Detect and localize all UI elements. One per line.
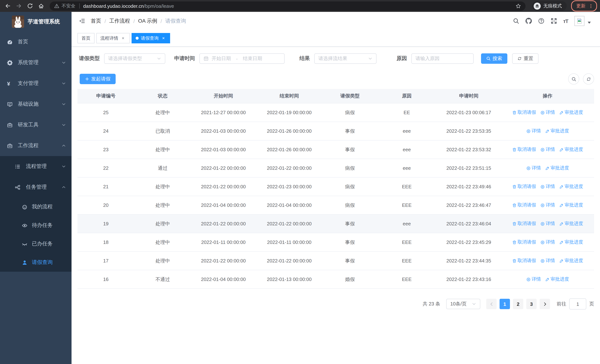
page-button-1[interactable]: 1: [500, 299, 510, 309]
chevron-down-icon: [62, 102, 66, 106]
cancel-leave-link[interactable]: 取消请假: [512, 202, 536, 208]
apply-time-range-picker[interactable]: 开始日期 - 结束日期: [199, 53, 285, 64]
bookmark-star-icon[interactable]: [516, 3, 521, 9]
cell-start-time: 2022-01-03 00:00:00: [191, 140, 256, 159]
sidebar-item-done-tasks[interactable]: 已办任务: [0, 235, 72, 253]
tab-process-detail[interactable]: 流程详情 ×: [96, 33, 130, 43]
progress-link[interactable]: 审批进度: [545, 165, 569, 171]
github-icon[interactable]: [525, 18, 532, 24]
row-actions: 取消请假详情审批进度: [503, 146, 593, 153]
detail-link[interactable]: 详情: [540, 239, 555, 245]
detail-icon: [540, 147, 544, 152]
cancel-leave-link[interactable]: 取消请假: [512, 258, 536, 264]
cell-apply-id: 16: [77, 270, 134, 289]
browser-back-button[interactable]: [3, 1, 13, 11]
cancel-icon: [512, 259, 516, 263]
create-leave-button[interactable]: 发起请假: [80, 74, 116, 84]
progress-link[interactable]: 审批进度: [559, 239, 583, 245]
detail-link[interactable]: 详情: [526, 276, 541, 282]
browser-home-button[interactable]: [36, 1, 46, 11]
progress-link[interactable]: 审批进度: [559, 109, 583, 116]
sidebar-item-my-process[interactable]: 我的流程: [0, 197, 72, 216]
page-button-3[interactable]: 3: [526, 299, 537, 309]
table-row: 19 处理中 2022-01-22 00:00:00 2022-01-22 00…: [77, 215, 594, 233]
progress-link[interactable]: 审批进度: [559, 258, 583, 264]
result-select[interactable]: 请选择流结果: [314, 53, 376, 64]
cell-end-time: 2022-01-26 00:00:00: [256, 122, 323, 140]
progress-link[interactable]: 审批进度: [559, 221, 583, 227]
cancel-leave-link[interactable]: 取消请假: [512, 221, 536, 227]
flow-icon: [15, 184, 20, 190]
table-refresh-button[interactable]: [583, 73, 594, 84]
detail-icon: [540, 222, 544, 226]
sidebar-item-devtools[interactable]: 研发工具: [0, 114, 72, 135]
cell-start-time: 2022-01-11 00:00:00: [191, 233, 256, 252]
progress-link[interactable]: 审批进度: [545, 276, 569, 282]
sidebar-item-todo-tasks[interactable]: 待办任务: [0, 216, 72, 235]
progress-link[interactable]: 审批进度: [559, 202, 583, 208]
progress-icon: [545, 277, 549, 281]
chevron-down-icon: [62, 164, 66, 169]
cell-reason: eee: [377, 159, 437, 177]
user-avatar-menu[interactable]: [574, 16, 591, 26]
close-icon[interactable]: ×: [161, 36, 166, 41]
sidebar-item-home[interactable]: 首页: [0, 31, 72, 52]
page-button-2[interactable]: 2: [513, 299, 523, 309]
cell-apply-id: 23: [77, 140, 134, 159]
cancel-leave-link[interactable]: 取消请假: [512, 146, 536, 153]
cancel-leave-link[interactable]: 取消请假: [512, 239, 536, 245]
breadcrumb-oa-example[interactable]: OA 示例: [138, 18, 157, 24]
detail-link[interactable]: 详情: [540, 109, 555, 116]
breadcrumb-home[interactable]: 首页: [91, 18, 101, 24]
cell-end-time: 2022-01-11 00:00:00: [256, 233, 323, 252]
page-size-select[interactable]: 10条/页: [446, 299, 480, 309]
search-button[interactable]: 搜索: [481, 53, 507, 64]
browser-update-menu-button[interactable]: 更新: [571, 0, 597, 11]
start-date-input[interactable]: 开始日期: [212, 55, 231, 62]
detail-link[interactable]: 详情: [526, 165, 541, 171]
fullscreen-icon[interactable]: [551, 18, 557, 24]
next-page-button[interactable]: [540, 299, 550, 309]
sidebar-item-task-mgmt[interactable]: 任务管理: [0, 177, 72, 197]
help-icon[interactable]: [538, 18, 544, 24]
detail-link[interactable]: 详情: [540, 221, 555, 227]
cancel-leave-link[interactable]: 取消请假: [512, 109, 536, 116]
goto-page-input[interactable]: [569, 299, 586, 309]
detail-link[interactable]: 详情: [540, 146, 555, 153]
tab-leave-query[interactable]: 请假查询 ×: [131, 33, 170, 43]
close-icon[interactable]: ×: [121, 36, 126, 41]
font-size-icon[interactable]: ᴛT: [563, 18, 568, 24]
end-date-input[interactable]: 结束日期: [243, 55, 262, 62]
progress-link[interactable]: 审批进度: [559, 184, 583, 190]
sidebar-item-infra[interactable]: 基础设施: [0, 94, 72, 114]
sidebar-item-leave-query[interactable]: 请假查询: [0, 253, 72, 272]
app-logo[interactable]: 芋道管理系统: [0, 12, 72, 31]
detail-link[interactable]: 详情: [540, 202, 555, 208]
sidebar-item-system[interactable]: 系统管理: [0, 52, 72, 73]
search-icon[interactable]: [513, 18, 519, 24]
tab-home[interactable]: 首页: [77, 33, 94, 43]
progress-link[interactable]: 审批进度: [559, 146, 583, 153]
sidebar-fold-button[interactable]: [76, 15, 88, 27]
sidebar-item-workflow[interactable]: 工作流程: [0, 135, 72, 156]
breadcrumb-workflow[interactable]: 工作流程: [109, 18, 130, 24]
detail-link[interactable]: 详情: [540, 184, 555, 190]
detail-link[interactable]: 详情: [540, 258, 555, 264]
monitor-icon: [7, 101, 13, 107]
reset-button[interactable]: 重置: [512, 53, 538, 64]
prev-page-button[interactable]: [486, 299, 497, 309]
security-indicator[interactable]: 不安全: [54, 3, 75, 9]
cell-apply-id: 22: [77, 159, 134, 177]
leave-type-select[interactable]: 请选择请假类型: [104, 53, 165, 64]
progress-link[interactable]: 审批进度: [545, 128, 569, 134]
sidebar-item-process-mgmt[interactable]: 流程管理: [0, 156, 72, 177]
table-search-toggle-button[interactable]: [568, 73, 579, 84]
cancel-leave-link[interactable]: 取消请假: [512, 184, 536, 190]
browser-forward-button[interactable]: [14, 1, 24, 11]
reason-input[interactable]: 请输入原因: [411, 53, 474, 64]
col-apply-time: 申请时间: [437, 89, 501, 103]
sidebar-item-payment[interactable]: ¥ 支付管理: [0, 73, 72, 94]
browser-reload-button[interactable]: [25, 1, 35, 11]
detail-link[interactable]: 详情: [526, 128, 541, 134]
address-bar[interactable]: 不安全 dashboard.yudao.iocoder.cn/bpm/oa/le…: [50, 1, 525, 10]
